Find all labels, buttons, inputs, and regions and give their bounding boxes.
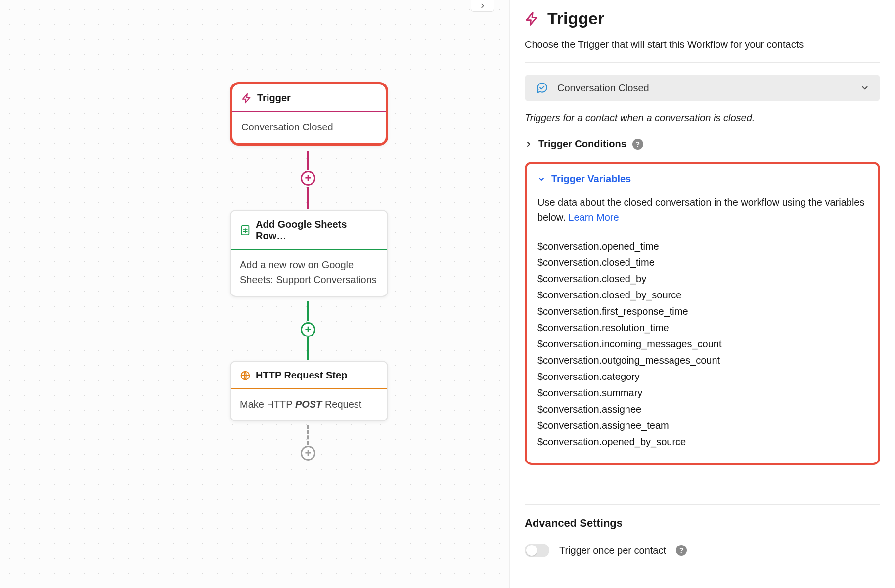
chevron-down-icon: [860, 84, 869, 92]
variable-item: $conversation.closed_by: [537, 271, 867, 287]
variable-item: $conversation.incoming_messages_count: [537, 336, 867, 352]
bolt-icon: [241, 93, 252, 104]
variable-item: $conversation.opened_time: [537, 238, 867, 254]
node-http-header: HTTP Request Step: [231, 362, 387, 389]
trigger-variables-toggle[interactable]: Trigger Variables: [537, 173, 867, 185]
google-sheets-icon: [240, 225, 251, 236]
chevron-right-icon: [479, 2, 486, 9]
advanced-settings-heading: Advanced Settings: [525, 517, 880, 530]
variable-item: $conversation.category: [537, 369, 867, 385]
trigger-conditions-label: Trigger Conditions: [538, 138, 626, 150]
connector: [307, 187, 309, 209]
panel-title-row: Trigger: [525, 9, 880, 28]
chevron-right-icon: [525, 140, 533, 148]
app-root: Trigger Conversation Closed + Add Google…: [0, 0, 895, 588]
panel-title: Trigger: [547, 9, 604, 28]
http-prefix: Make HTTP: [240, 399, 295, 410]
variable-item: $conversation.summary: [537, 385, 867, 401]
connector: [307, 337, 309, 360]
trigger-config-panel: Trigger Choose the Trigger that will sta…: [509, 0, 895, 588]
add-step-button[interactable]: +: [301, 171, 315, 186]
variable-item: $conversation.opened_by_source: [537, 434, 867, 450]
node-trigger[interactable]: Trigger Conversation Closed: [230, 82, 388, 146]
panel-description: Choose the Trigger that will start this …: [525, 39, 880, 50]
variable-item: $conversation.outgoing_messages_count: [537, 352, 867, 369]
node-sheets-header: Add Google Sheets Row…: [231, 211, 387, 250]
variable-list: $conversation.opened_time$conversation.c…: [537, 238, 867, 450]
panel-collapse-tab[interactable]: [471, 0, 494, 12]
divider: [525, 504, 880, 505]
trigger-once-toggle[interactable]: [525, 544, 549, 557]
divider: [525, 62, 880, 63]
node-http-subtitle: Make HTTP POST Request: [231, 389, 387, 420]
add-step-button[interactable]: +: [301, 322, 315, 337]
trigger-variables-description: Use data about the closed conversation i…: [537, 195, 867, 225]
variable-item: $conversation.closed_time: [537, 254, 867, 271]
svg-rect-3: [245, 228, 246, 233]
variable-item: $conversation.first_response_time: [537, 303, 867, 320]
variable-item: $conversation.closed_by_source: [537, 287, 867, 303]
variable-item: $conversation.assignee_team: [537, 418, 867, 434]
chevron-down-icon: [537, 175, 545, 183]
connector: [307, 301, 309, 321]
trigger-conditions-toggle[interactable]: Trigger Conditions ?: [525, 138, 880, 150]
variable-item: $conversation.resolution_time: [537, 320, 867, 336]
http-suffix: Request: [322, 399, 361, 410]
bolt-icon: [525, 11, 539, 26]
node-sheets-subtitle: Add a new row on Google Sheets: Support …: [231, 250, 387, 296]
workflow-canvas[interactable]: Trigger Conversation Closed + Add Google…: [0, 0, 509, 588]
trigger-hint: Triggers for a contact when a conversati…: [525, 112, 880, 124]
trigger-variables-label: Trigger Variables: [551, 173, 631, 185]
http-icon: [240, 370, 251, 381]
learn-more-link[interactable]: Learn More: [568, 212, 619, 223]
trigger-once-label: Trigger once per contact: [559, 545, 666, 556]
conversation-closed-icon: [536, 82, 548, 94]
node-http-request[interactable]: HTTP Request Step Make HTTP POST Request: [230, 361, 388, 421]
trigger-select-value: Conversation Closed: [557, 83, 649, 94]
trigger-once-row: Trigger once per contact ?: [525, 544, 880, 557]
help-icon[interactable]: ?: [632, 139, 643, 150]
node-google-sheets[interactable]: Add Google Sheets Row… Add a new row on …: [230, 210, 388, 297]
help-icon[interactable]: ?: [676, 545, 687, 556]
node-trigger-header: Trigger: [232, 84, 386, 112]
connector: [307, 151, 309, 170]
connector-dashed: [307, 425, 309, 445]
node-trigger-subtitle: Conversation Closed: [232, 112, 386, 143]
node-sheets-title: Add Google Sheets Row…: [256, 219, 378, 242]
trigger-variables-section: Trigger Variables Use data about the clo…: [525, 162, 880, 465]
trigger-select-dropdown[interactable]: Conversation Closed: [525, 75, 880, 101]
variable-item: $conversation.assignee: [537, 401, 867, 418]
add-step-button[interactable]: +: [301, 446, 315, 461]
node-http-title: HTTP Request Step: [256, 370, 347, 381]
http-method: POST: [295, 399, 322, 410]
node-trigger-title: Trigger: [257, 92, 291, 104]
